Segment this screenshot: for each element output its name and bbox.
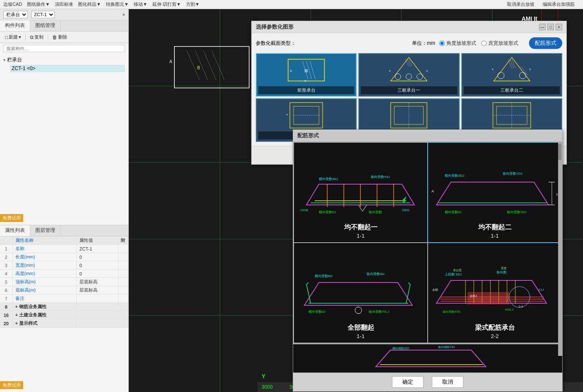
svg-marker-30 [391, 57, 427, 81]
properties-table: 属性名称 属性值 附 1名称ZCT-12长度(mm)03宽度(mm)04高度(m… [0, 236, 128, 380]
svg-marker-120 [376, 350, 486, 367]
svg-point-40 [497, 72, 504, 79]
shape-label-tripile2: 三桩承台二 [464, 86, 560, 94]
peijin-drawing-2: 横向受数XDJ 纵向受数YDJ 100 横向受数0J 纵向受数YDJ [428, 143, 561, 222]
properties-section: 属性列表 图层管理 属性名称 属性值 附 1名称ZCT-12长度(mm)03宽度… [0, 225, 128, 380]
search-box [0, 43, 128, 54]
top-bar-item[interactable]: 方割▼ [186, 1, 200, 7]
peijin-item-5-preview[interactable]: 横向钢筋X0J 纵向钢筋Y0J [293, 343, 562, 373]
tree-arrow-icon: ▾ [3, 58, 5, 62]
svg-text:横向受数X0J: 横向受数X0J [319, 177, 338, 181]
svg-text:A: A [431, 189, 434, 193]
tab-drawing-management[interactable]: 图纸管理 [30, 20, 61, 31]
tree-root-item[interactable]: ▾ 栏承台 [3, 56, 125, 64]
svg-text:CMJ8: CMJ8 [300, 209, 308, 212]
svg-line-42 [508, 59, 512, 68]
peijin-titlebar: 配筋形式 [293, 130, 562, 142]
svg-text:全部J: 全部J [470, 295, 477, 297]
delete-button[interactable]: 🗑 删除 [51, 33, 69, 41]
tab-component-list[interactable]: 构件列表 [0, 20, 30, 31]
badge-area-2: 免费试用 [0, 380, 128, 392]
top-bar-item[interactable]: 图纸操作▼ [27, 1, 50, 7]
svg-text:A: A [290, 69, 292, 72]
col-num [0, 236, 12, 245]
tree-child-item[interactable]: ZCT-1 <0> [10, 65, 125, 72]
svg-rect-0 [174, 46, 249, 88]
free-trial-badge-1: 免费试用 [0, 214, 23, 222]
component-id-select[interactable]: ZCT-1 [31, 11, 55, 18]
radio-width[interactable]: 庶宽放坡形式 [481, 40, 518, 47]
svg-text:纵向受数XVG.: 纵向受数XVG. [443, 310, 461, 313]
peijin-item-3[interactable]: 横向受数MJ 纵向受数MJ 横向受数0J 纵向受数YD.J 全部翻起 1-1 [294, 243, 427, 343]
svg-text:上筋数 SSJ: 上筋数 SSJ [445, 273, 462, 276]
search-input[interactable] [3, 45, 125, 52]
peijin-label-4: 梁式配筋承台 [475, 322, 515, 333]
radio-angle-input[interactable] [439, 41, 445, 46]
cad-area: B A 2 横向受数X0.J 横向受数12B200 纵向受数Y0.J 纵向受数1… [129, 9, 583, 392]
peijin-item-2[interactable]: 横向受数XDJ 纵向受数YDJ 100 横向受数0J 纵向受数YDJ [428, 143, 561, 242]
col-name: 属性名称 [12, 236, 77, 245]
peijin-scroll-thumb[interactable] [558, 144, 561, 160]
top-bar-item[interactable]: 编辑承台加强筋 [543, 1, 575, 7]
svg-text:纵向受数: 纵向受数 [369, 210, 382, 214]
dialog-close-button[interactable]: × [556, 24, 562, 30]
peijin-cancel-button[interactable]: 取消 [432, 376, 463, 388]
config-reinforcement-button[interactable]: 配筋形式 [529, 37, 562, 49]
minimize-button[interactable]: — [539, 24, 546, 30]
top-bar-item[interactable]: 移动▼ [134, 1, 147, 7]
top-bar-item[interactable]: 取消承台放坡 [507, 1, 534, 7]
peijin-dialog: 配筋形式 [293, 129, 563, 392]
svg-text:▨: ▨ [304, 68, 308, 73]
peijin-item-1[interactable]: 横向受数X0J 纵向受数Y0J CMJ8 横向受数0J 纵向受数 CMJ1 [294, 143, 427, 242]
svg-text:B: B [304, 79, 306, 82]
peijin-ok-button[interactable]: 确定 [392, 376, 424, 388]
peijin-grid: 横向受数X0J 纵向受数Y0J CMJ8 横向受数0J 纵向受数 CMJ1 [293, 142, 562, 343]
svg-text:横向受数MJ: 横向受数MJ [315, 274, 333, 278]
svg-text:纵向受数YDJ: 纵向受数YDJ [503, 172, 522, 175]
peijin-drawing-1: 横向受数X0J 纵向受数Y0J CMJ8 横向受数0J 纵向受数 CMJ1 [294, 143, 427, 222]
svg-text:N: N [492, 68, 493, 71]
component-type-select[interactable]: 栏承台 [3, 11, 28, 18]
svg-text:CMJ1: CMJ1 [402, 209, 409, 212]
tab-layer-management[interactable]: 图层管理 [30, 225, 61, 236]
svg-point-31 [395, 74, 401, 80]
peijin-bottom-bar: 确定 取消 [293, 373, 562, 391]
shape-item-tripile1[interactable]: N N 三桩承台一 [358, 53, 459, 97]
shape-item-rectangular[interactable]: A ▨ B 矩形承台 [256, 53, 357, 97]
top-bar-item[interactable]: 图化样品▼ [78, 1, 101, 7]
top-bar-item[interactable]: 演田标准 [55, 1, 73, 7]
radio-angle-label: 角度放坡形式 [446, 40, 476, 47]
svg-line-27 [310, 61, 315, 79]
col-value: 属性值 [77, 236, 118, 245]
top-bar-item[interactable]: 转换图元▼ [106, 1, 129, 7]
peijin-scrollbar[interactable] [558, 142, 562, 356]
top-bar-item[interactable]: 延伸 叨打剪▼ [152, 1, 181, 7]
free-trial-badge-2: 免费试用 [0, 381, 23, 389]
svg-text:纵向受数YDJ: 纵向受数YDJ [507, 210, 527, 214]
svg-text:宽度: 宽度 [501, 267, 507, 270]
tab-properties-list[interactable]: 属性列表 [0, 225, 30, 236]
select-shape-titlebar: 选择参数化图形 — □ × [252, 21, 566, 33]
radio-width-input[interactable] [481, 41, 487, 46]
peijin-content: 横向受数X0J 纵向受数Y0J CMJ8 横向受数0J 纵向受数 CMJ1 [293, 142, 562, 373]
svg-text:1-1: 1-1 [519, 305, 523, 308]
svg-point-95 [355, 307, 362, 314]
maximize-button[interactable]: □ [547, 24, 554, 30]
peijin-drawing-4: 上筋数 SSJ 纵向数 承台受 宽度 全部 YJ.J 全部J 纵向受数XV [428, 243, 561, 322]
status-num-1: 3000 [262, 384, 273, 390]
svg-text:横向受数0J: 横向受数0J [445, 210, 461, 214]
delete-icon: 🗑 [52, 34, 57, 40]
svg-line-3 [203, 51, 216, 80]
top-bar-item[interactable]: 边坡CAD [3, 1, 22, 7]
svg-text:横向受数0J: 横向受数0J [309, 310, 325, 314]
close-icon[interactable]: × [122, 12, 125, 17]
shape-item-tripile2[interactable]: N N 三桩承台二 [461, 53, 562, 97]
svg-marker-39 [494, 57, 530, 81]
svg-text:纵向受数YD.J: 纵向受数YD.J [369, 310, 389, 314]
peijin-item-4[interactable]: 上筋数 SSJ 纵向数 承台受 宽度 全部 YJ.J 全部J 纵向受数XV [428, 243, 561, 343]
new-icon: □ [5, 34, 8, 40]
copy-button[interactable]: ⧉ 复制 [28, 33, 45, 41]
peijin-label-3: 全部翻起 [348, 322, 374, 333]
radio-angle[interactable]: 角度放坡形式 [439, 40, 476, 47]
new-button[interactable]: □ 新建 ▾ [3, 33, 23, 41]
